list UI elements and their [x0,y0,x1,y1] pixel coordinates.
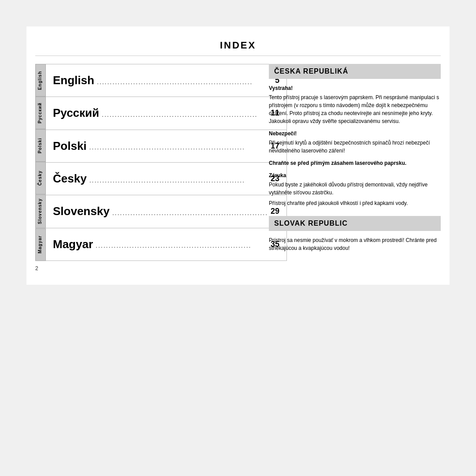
entry-name: Polski [53,139,87,153]
tab-strip: EnglishРусскийPolskiČeskySlovenskyMagyar [35,64,46,261]
tab-label-slovensky: Slovensky [35,194,46,228]
entry-dots: ........................................… [93,242,271,249]
tab-label-polski: Polski [35,129,46,162]
entry-row: Magyar..................................… [46,228,287,261]
section-paragraph: Při sejmutí krytů a odjištění bezpečnost… [269,139,441,155]
entry-dots: ........................................… [87,144,271,151]
entry-dots: ........................................… [94,78,275,86]
section-paragraph: Tento přístroj pracuje s laserovým paprs… [269,93,441,125]
tab-label-english: English [35,64,46,97]
entry-row: English.................................… [46,64,287,97]
section-header-0: ČESKA REPUBLIKÁ [269,64,441,79]
entry-row: Slovensky...............................… [46,195,287,228]
section-content-1: Prístroj sa nesmie používať v mokrom a v… [269,236,441,252]
tab-label-magyar: Magyar [35,228,46,261]
section-paragraph: Přístroj chraňte před jakoukoli vlhkostí… [269,199,441,207]
main-content: EnglishРусскийPolskiČeskySlovenskyMagyar… [35,64,441,261]
entry-name: Slovensky [53,205,110,218]
entry-dots: ........................................… [110,209,271,216]
section-paragraph: Pokud byste z jakéhokoli důvodu přístroj… [269,181,441,197]
sub-heading: Chraňte se před přímým zásahem laserovéh… [269,159,441,167]
left-column: EnglishРусскийPolskiČeskySlovenskyMagyar… [35,64,256,261]
page-container: INDEX EnglishРусскийPolskiČeskySlovensky… [26,26,450,285]
entries-column: English.................................… [46,64,287,261]
sub-heading: Nebezpečí! [269,130,441,138]
entry-dots: ........................................… [99,111,271,118]
entry-row: Polski..................................… [46,130,287,163]
section-content-0: Vystraha!Tento přístroj pracuje s lasero… [269,84,441,207]
section-header-1: SLOVAK REPUBLIC [269,216,441,231]
right-column: ČESKA REPUBLIKÁVystraha!Tento přístroj p… [256,64,441,261]
section-paragraph: Prístroj sa nesmie používať v mokrom a v… [269,236,441,252]
entry-name: English [53,74,94,87]
page-title: INDEX [35,40,441,56]
entry-row: Česky...................................… [46,163,287,195]
tab-label-česky: Česky [35,162,46,194]
entry-name: Magyar [53,238,93,251]
entry-row: Русский.................................… [46,97,287,130]
footer-page-number: 2 [35,265,441,271]
entry-name: Русский [53,106,99,120]
sub-heading: Vystraha! [269,84,441,92]
entry-name: Česky [53,172,87,186]
sub-heading: Záruka [269,171,441,179]
tab-label-русский: Русский [35,97,46,129]
entry-dots: ........................................… [87,177,271,184]
